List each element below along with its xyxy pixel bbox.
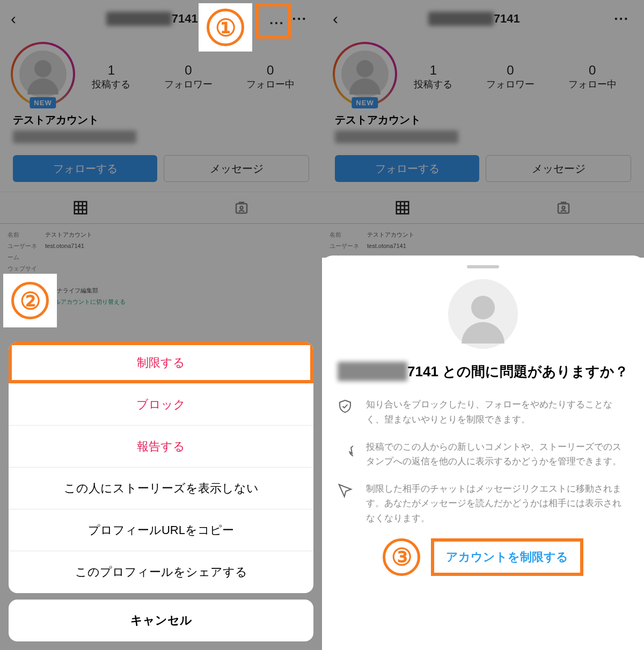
- sheet-copy-url[interactable]: プロフィールURLをコピー: [9, 509, 313, 551]
- sheet-restrict[interactable]: 制限する: [9, 342, 313, 384]
- comment-icon: [337, 440, 355, 469]
- marker-3: ③: [383, 538, 420, 576]
- send-icon: [337, 481, 355, 525]
- right-screenshot: ‹ aaaaaaaaaa7141 ··· NEW 1投稿する 0フォロワー 0フ…: [322, 0, 644, 650]
- sheet-grabber[interactable]: [467, 265, 499, 268]
- sheet-report[interactable]: 報告する: [9, 426, 313, 468]
- sheet-hide-story[interactable]: この人にストーリーズを表示しない: [9, 468, 313, 509]
- marker-2: ②: [11, 282, 49, 319]
- sheet-avatar-icon: [448, 279, 518, 349]
- left-screenshot: ‹ aaaaaaaaaa7141 ··· NEW 1投稿する 0フォロワー 0フ…: [0, 0, 322, 650]
- sheet-block[interactable]: ブロック: [9, 384, 313, 426]
- action-sheet: 制限する ブロック 報告する この人にストーリーズを表示しない プロフィールUR…: [9, 342, 313, 641]
- restrict-bottom-sheet: aaaaaaaaa7141 との間に問題がありますか？ 知り合いをブロックしたり…: [322, 255, 644, 650]
- marker-2-patch: ②: [3, 274, 57, 327]
- info-item-1: 知り合いをブロックしたり、フォローをやめたりすることなく、望まないやりとりを制限…: [337, 397, 629, 426]
- more-options-icon-highlighted[interactable]: ···: [265, 12, 289, 35]
- marker-1: ①: [207, 9, 244, 46]
- sheet-cancel[interactable]: キャンセル: [9, 600, 313, 641]
- info-item-3: 制限した相手のチャットはメッセージリクエストに移動されます。あなたがメッセージを…: [337, 481, 629, 525]
- sheet-share-profile[interactable]: このプロフィールをシェアする: [9, 551, 313, 593]
- info-item-2: 投稿でのこの人からの新しいコメントや、ストーリーズでのスタンプへの返信を他の人に…: [337, 440, 629, 469]
- shield-check-icon: [337, 397, 355, 426]
- marker-1-patch: ①: [199, 3, 252, 52]
- restrict-account-button[interactable]: アカウントを制限する: [431, 538, 583, 576]
- overlay-dim: [322, 0, 644, 258]
- sheet-title: aaaaaaaaa7141 との間に問題がありますか？: [337, 362, 629, 381]
